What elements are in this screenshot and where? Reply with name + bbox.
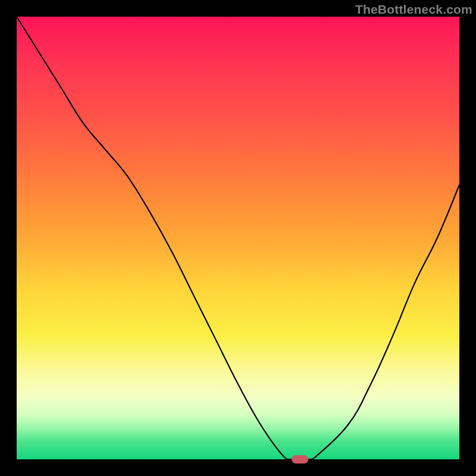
watermark-label: TheBottleneck.com <box>355 2 472 17</box>
chart-frame: TheBottleneck.com <box>0 0 476 476</box>
plot-svg <box>17 17 459 459</box>
plot-area <box>17 17 459 459</box>
optimum-marker <box>292 455 308 464</box>
bottleneck-curve <box>17 17 459 460</box>
